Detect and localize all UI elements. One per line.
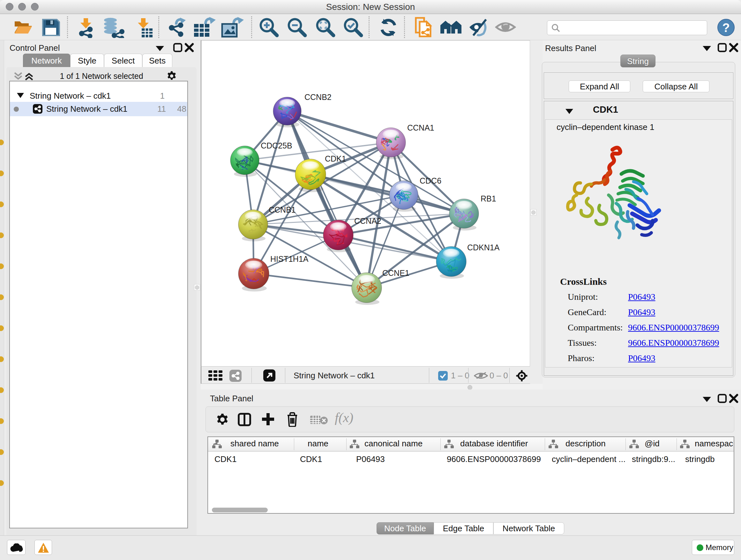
svg-text:?: ? <box>722 21 730 35</box>
svg-text:CCNA2: CCNA2 <box>354 216 381 226</box>
svg-text:CCNB2: CCNB2 <box>305 92 332 102</box>
svg-text:CDKN1A: CDKN1A <box>467 243 500 252</box>
svg-text:CDK1: CDK1 <box>325 154 346 163</box>
svg-text:CCNB1: CCNB1 <box>269 205 296 214</box>
svg-text:HIST1H1A: HIST1H1A <box>270 254 309 263</box>
svg-text:CCNE1: CCNE1 <box>382 268 409 277</box>
svg-text:RB1: RB1 <box>481 194 496 203</box>
svg-text:CDC25B: CDC25B <box>261 141 292 150</box>
svg-text:CDC6: CDC6 <box>420 176 441 185</box>
svg-text:CCNA1: CCNA1 <box>407 123 434 132</box>
